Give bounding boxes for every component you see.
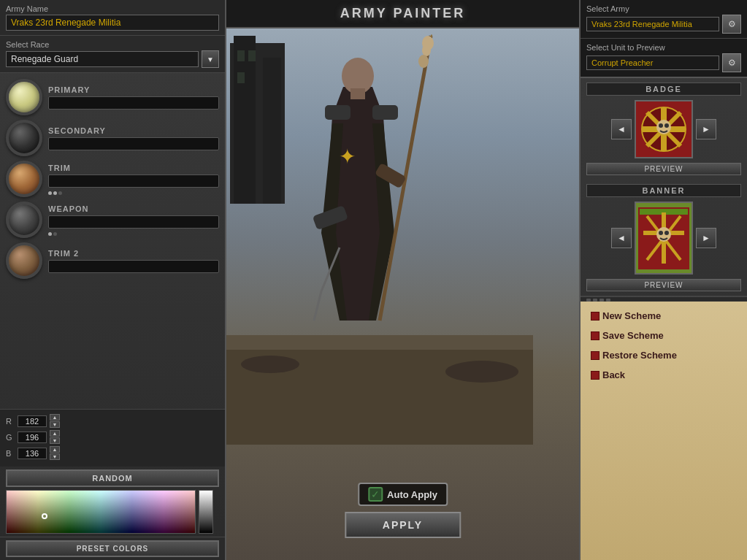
picker-row — [6, 490, 219, 534]
save-scheme-button[interactable]: Save Scheme — [586, 327, 741, 344]
secondary-color-swatch[interactable] — [6, 120, 42, 156]
trim2-label: TRIM 2 — [48, 249, 219, 258]
b-up-btn[interactable]: ▲ — [50, 446, 60, 453]
race-input[interactable] — [6, 51, 199, 67]
center-content: ✦ ✓ Auto Apply APPLY — [226, 28, 579, 560]
svg-point-9 — [445, 361, 518, 383]
battle-background: ✦ — [226, 28, 579, 560]
weapon-color-swatch[interactable] — [6, 202, 42, 238]
panel-separator — [581, 296, 747, 302]
army-gear-btn[interactable]: ⚙ — [722, 15, 741, 34]
apply-section: ✓ Auto Apply APPLY — [345, 483, 461, 538]
svg-rect-5 — [237, 72, 245, 83]
trim-color-swatch[interactable] — [6, 161, 42, 197]
badge-svg — [636, 101, 692, 157]
main-container: Army Name Select Race ▼ PRIMARY — [0, 0, 747, 560]
dot4 — [48, 232, 52, 236]
secondary-color-bar[interactable] — [48, 137, 219, 150]
r-value-input[interactable] — [18, 415, 47, 427]
weapon-label: WEAPON — [48, 204, 219, 213]
trim-label: TRIM — [48, 164, 219, 172]
r-stepper: ▲ ▼ — [50, 414, 60, 428]
svg-rect-2 — [263, 58, 281, 204]
secondary-label-group: SECONDARY — [48, 126, 219, 150]
svg-point-29 — [659, 123, 663, 128]
svg-rect-13 — [372, 105, 398, 120]
svg-point-38 — [659, 231, 663, 235]
badge-next-btn[interactable]: ► — [696, 119, 716, 139]
schemes-section: New Scheme Save Scheme Restore Scheme Ba… — [581, 302, 747, 560]
svg-rect-3 — [237, 50, 245, 61]
preset-colors-button[interactable]: PRESET COLORS — [6, 540, 219, 557]
banner-image — [635, 202, 693, 275]
rgb-section: R ▲ ▼ G ▲ ▼ B ▲ ▼ — [0, 409, 225, 467]
g-value-input[interactable] — [18, 431, 47, 443]
dot1 — [48, 191, 52, 195]
select-army-label: Select Army — [586, 4, 741, 13]
primary-label-group: PRIMARY — [48, 85, 219, 110]
random-button[interactable]: RANDOM — [6, 469, 219, 487]
g-up-btn[interactable]: ▲ — [50, 430, 60, 437]
badge-title: BADGE — [586, 83, 741, 96]
primary-color-bar[interactable] — [48, 96, 219, 110]
primary-color-swatch[interactable] — [6, 79, 42, 115]
color-picker-section — [0, 490, 225, 534]
b-value-input[interactable] — [18, 448, 47, 459]
race-label: Select Race — [6, 40, 219, 49]
banner-next-btn[interactable]: ► — [696, 228, 716, 248]
badge-prev-btn[interactable]: ◄ — [611, 119, 632, 139]
trim-label-group: TRIM — [48, 164, 219, 195]
brightness-bar[interactable] — [199, 490, 213, 534]
apply-button[interactable]: APPLY — [345, 512, 461, 538]
weapon-label-group: WEAPON — [48, 204, 219, 236]
unit-select-input[interactable] — [586, 55, 719, 70]
army-name-input[interactable] — [6, 15, 219, 31]
new-scheme-button[interactable]: New Scheme — [586, 307, 741, 324]
rgb-r-row: R ▲ ▼ — [6, 414, 219, 428]
r-up-btn[interactable]: ▲ — [50, 414, 60, 421]
banner-section: BANNER ◄ — [581, 180, 747, 296]
svg-point-8 — [241, 356, 299, 373]
g-down-btn[interactable]: ▼ — [50, 437, 60, 444]
auto-apply-label: Auto Apply — [387, 489, 437, 500]
badge-preview-btn[interactable]: PREVIEW — [586, 163, 741, 175]
left-panel: Army Name Select Race ▼ PRIMARY — [0, 0, 226, 560]
race-dropdown-btn[interactable]: ▼ — [202, 50, 219, 68]
restore-scheme-button[interactable]: Restore Scheme — [586, 347, 741, 364]
spectrum-overlay — [7, 491, 195, 533]
race-section: Select Race ▼ — [0, 36, 225, 73]
g-label: G — [6, 433, 15, 442]
banner-title: BANNER — [586, 184, 741, 197]
color-options: PRIMARY SECONDARY TRIM — [0, 73, 225, 409]
b-down-btn[interactable]: ▼ — [50, 453, 60, 460]
svg-point-39 — [664, 231, 669, 235]
r-down-btn[interactable]: ▼ — [50, 421, 60, 428]
svg-point-18 — [418, 55, 429, 68]
weapon-color-bar[interactable] — [48, 215, 219, 229]
right-panel: Select Army ⚙ Select Unit to Preview ⚙ B… — [579, 0, 747, 560]
svg-rect-4 — [248, 50, 256, 61]
scene-svg: ✦ — [226, 28, 579, 560]
army-select-input[interactable] — [586, 17, 719, 31]
svg-point-30 — [664, 123, 669, 128]
trim2-color-swatch[interactable] — [6, 242, 42, 279]
svg-point-17 — [422, 45, 431, 56]
banner-preview-btn[interactable]: PREVIEW — [586, 279, 741, 291]
auto-apply-checkbox[interactable]: ✓ — [368, 487, 383, 502]
center-header: ARMY PAINTER — [226, 0, 579, 28]
color-row-trim2: TRIM 2 — [6, 242, 219, 279]
trim2-color-bar[interactable] — [48, 260, 219, 273]
select-unit-section: Select Unit to Preview ⚙ — [581, 39, 747, 78]
badge-section: BADGE ◄ — [581, 78, 747, 180]
trim-color-bar[interactable] — [48, 174, 219, 188]
rgb-b-row: B ▲ ▼ — [6, 446, 219, 460]
unit-gear-btn[interactable]: ⚙ — [722, 53, 741, 72]
banner-preview-row: ◄ — [586, 202, 741, 275]
army-name-label: Army Name — [6, 4, 219, 13]
weapon-dots — [48, 232, 219, 236]
back-button[interactable]: Back — [586, 367, 741, 383]
banner-prev-btn[interactable]: ◄ — [611, 228, 632, 248]
color-row-secondary: SECONDARY — [6, 120, 219, 156]
color-spectrum[interactable] — [6, 490, 196, 534]
auto-apply-row: ✓ Auto Apply — [358, 483, 448, 506]
